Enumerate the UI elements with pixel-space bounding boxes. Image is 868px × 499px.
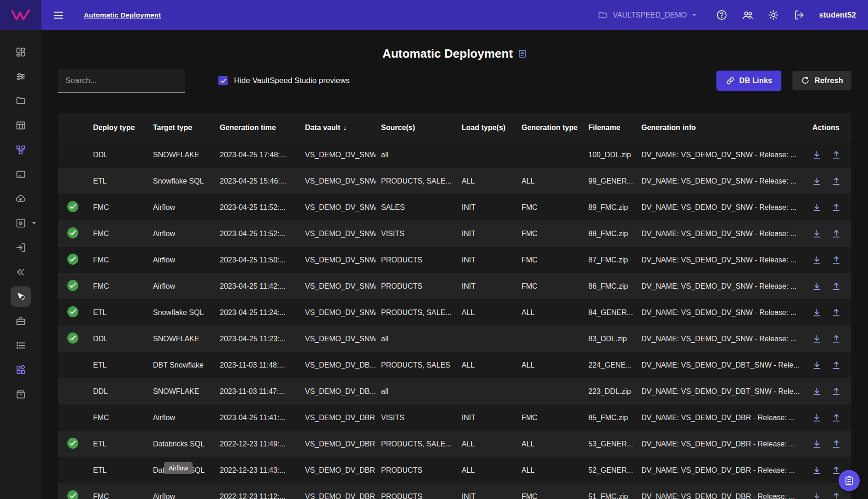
upload-button[interactable] xyxy=(831,176,841,186)
column-header[interactable]: Deploy type xyxy=(88,113,147,142)
upload-button[interactable] xyxy=(831,255,841,265)
cell-deploy-type: FMC xyxy=(88,247,147,273)
upload-button[interactable] xyxy=(831,386,841,397)
vaultspeed-logo[interactable] xyxy=(0,0,41,30)
cell-sources: PRODUCTS, SALE... xyxy=(375,431,456,457)
cell-deploy-type: FMC xyxy=(88,273,147,299)
sidebar-item-widgets[interactable] xyxy=(11,360,31,380)
sidebar-item-deployment[interactable] xyxy=(11,286,31,307)
table-row[interactable]: ETL DBT Snowflake 2023-11-03 11:48:... V… xyxy=(58,352,851,378)
download-button[interactable] xyxy=(812,176,822,186)
sidebar-item-list[interactable] xyxy=(11,335,31,356)
settings-button[interactable] xyxy=(768,9,780,21)
table-row[interactable]: FMC Airflow 2023-04-25 11:42:... VS_DEMO… xyxy=(58,273,851,299)
download-icon xyxy=(812,229,822,239)
download-button[interactable] xyxy=(812,202,822,213)
download-button[interactable] xyxy=(812,281,822,291)
sidebar-item-flow[interactable] xyxy=(11,262,31,282)
sidebar-item-data-grid[interactable] xyxy=(11,115,31,136)
table-row[interactable]: DDL SNOWFLAKE 2023-04-25 11:23:... VS_DE… xyxy=(58,326,851,352)
upload-button[interactable] xyxy=(831,150,841,160)
sidebar-item-card[interactable] xyxy=(11,164,31,184)
tooltip: Airflow xyxy=(164,462,193,474)
upload-button[interactable] xyxy=(831,492,841,499)
column-header[interactable]: Target type xyxy=(147,113,214,142)
hide-previews-checkbox[interactable] xyxy=(218,76,228,85)
cell-filename: 86_FMC.zip xyxy=(583,273,636,299)
download-button[interactable] xyxy=(812,308,822,318)
cell-target-type: Airflow xyxy=(147,220,214,247)
download-button[interactable] xyxy=(812,386,822,397)
upload-button[interactable] xyxy=(831,202,841,213)
table-row[interactable]: ETL Databricks SQL 2022-12-23 11:49:... … xyxy=(58,431,851,457)
table-row[interactable]: DDL SNOWFLAKE 2023-04-25 17:48:... VS_DE… xyxy=(58,142,851,168)
cell-generation-type xyxy=(516,378,583,404)
deployment-log-icon[interactable] xyxy=(517,49,527,59)
table-row[interactable]: FMC Airflow 2023-04-25 11:41:... VS_DEMO… xyxy=(58,404,851,431)
download-button[interactable] xyxy=(812,439,822,449)
sidebar-item-dashboard[interactable] xyxy=(11,42,31,62)
table-row[interactable]: ETL Snowflake SQL 2023-04-25 15:46:... V… xyxy=(58,168,851,194)
sidebar-item-cloud-upload[interactable] xyxy=(11,189,31,209)
menu-button[interactable] xyxy=(53,9,65,21)
sidebar-item-folder[interactable] xyxy=(11,91,31,111)
table-row[interactable]: FMC Airflow 2022-12-23 11:12:... VS_DEMO… xyxy=(58,483,851,499)
sidebar-item-exit[interactable] xyxy=(11,238,31,258)
download-button[interactable] xyxy=(812,360,822,370)
environment-selector[interactable]: VAULTSPEED_DEMO xyxy=(598,10,696,20)
column-header[interactable]: Generation time xyxy=(214,113,299,142)
upload-button[interactable] xyxy=(831,229,841,239)
column-header[interactable]: Generation info xyxy=(636,113,804,142)
table-row[interactable]: FMC Airflow 2023-04-25 11:50:... VS_DEMO… xyxy=(58,247,851,273)
sidebar-item-briefcase[interactable] xyxy=(11,311,31,331)
column-header[interactable]: Generation type xyxy=(516,113,583,142)
column-header[interactable]: Source(s) xyxy=(375,113,456,142)
cell-generation-type: FMC xyxy=(516,404,583,431)
upload-button[interactable] xyxy=(831,281,841,291)
breadcrumb-link[interactable]: Automatic Deployment xyxy=(84,11,161,19)
cell-load-types: INIT xyxy=(456,247,516,273)
help-button[interactable] xyxy=(716,9,728,21)
download-button[interactable] xyxy=(812,150,822,160)
download-button[interactable] xyxy=(812,492,822,499)
cell-data-vault: VS_DEMO_DV_SNW xyxy=(299,273,375,299)
table-row[interactable]: DDL SNOWFLAKE 2023-11-03 11:47:... VS_DE… xyxy=(58,378,851,404)
column-header[interactable]: Load type(s) xyxy=(456,113,516,142)
upload-button[interactable] xyxy=(831,439,841,449)
download-button[interactable] xyxy=(812,229,822,239)
logout-button[interactable] xyxy=(793,9,805,21)
column-header[interactable]: Filename xyxy=(583,113,636,142)
sidebar-item-archive[interactable] xyxy=(11,384,31,404)
column-header[interactable]: Actions xyxy=(804,113,851,142)
db-links-button[interactable]: DB Links xyxy=(716,71,782,91)
cell-target-type: SNOWFLAKE xyxy=(147,378,214,404)
download-button[interactable] xyxy=(812,465,822,475)
download-icon xyxy=(812,439,822,449)
table-row[interactable]: FMC Airflow 2023-04-25 11:52:... VS_DEMO… xyxy=(58,194,851,220)
search-input[interactable] xyxy=(58,69,185,93)
hide-previews-toggle[interactable]: Hide VaultSpeed Studio previews xyxy=(218,76,350,85)
cell-target-type: Airflow xyxy=(147,404,214,431)
fab-button[interactable] xyxy=(839,470,860,491)
download-icon xyxy=(812,150,822,160)
refresh-button[interactable]: Refresh xyxy=(792,71,851,90)
cell-data-vault: VS_DEMO_DV_SNW xyxy=(299,326,375,352)
sidebar-item-schema[interactable] xyxy=(11,140,31,160)
column-header[interactable]: Data vault↓ xyxy=(299,113,375,142)
column-header[interactable] xyxy=(58,113,88,142)
upload-button[interactable] xyxy=(831,334,841,344)
upload-button[interactable] xyxy=(831,308,841,318)
upload-icon xyxy=(831,202,841,213)
users-button[interactable] xyxy=(742,9,754,21)
download-button[interactable] xyxy=(812,255,822,265)
upload-button[interactable] xyxy=(831,465,841,475)
download-button[interactable] xyxy=(812,334,822,344)
upload-button[interactable] xyxy=(831,413,841,423)
sidebar-item-settings[interactable] xyxy=(11,213,31,233)
upload-button[interactable] xyxy=(831,360,841,370)
chevron-down-icon[interactable] xyxy=(32,222,36,224)
sidebar-item-tune[interactable] xyxy=(11,66,31,87)
table-row[interactable]: FMC Airflow 2023-04-25 11:52:... VS_DEMO… xyxy=(58,220,851,247)
table-row[interactable]: ETL Snowflake SQL 2023-04-25 11:24:... V… xyxy=(58,299,851,326)
download-button[interactable] xyxy=(812,413,822,423)
